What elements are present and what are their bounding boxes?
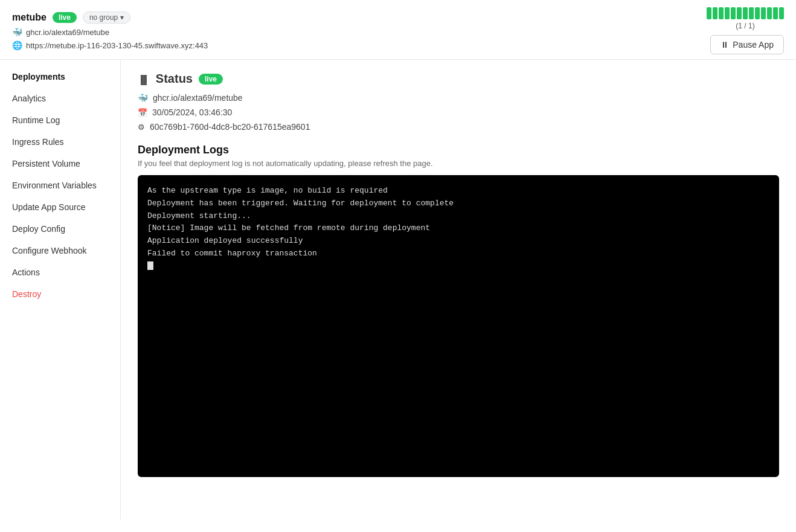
sidebar-item-persistent-volume[interactable]: Persistent Volume bbox=[0, 153, 120, 175]
main-content: Status live ghcr.io/alexta69/metube 30/0… bbox=[121, 60, 796, 519]
sidebar-item-environment-variables[interactable]: Environment Variables bbox=[0, 175, 120, 196]
bar-segment bbox=[773, 7, 778, 19]
bar-segment bbox=[713, 7, 717, 19]
header-top: metube live no group bbox=[12, 11, 208, 24]
log-terminal: As the upstream type is image, no build … bbox=[138, 175, 779, 477]
bar-segment bbox=[779, 7, 784, 19]
id-icon bbox=[138, 122, 145, 132]
status-deployment-id: 60c769b1-760d-4dc8-bc20-617615ea9601 bbox=[150, 122, 310, 132]
terminal-cursor bbox=[147, 261, 153, 270]
status-image: ghcr.io/alexta69/metube bbox=[153, 93, 243, 103]
chart-icon bbox=[138, 72, 150, 86]
deployment-logs-subtitle: If you feel that deployment log is not a… bbox=[138, 159, 779, 168]
status-image-row: ghcr.io/alexta69/metube bbox=[138, 93, 779, 103]
app-name: metube bbox=[12, 12, 47, 23]
uptime-label: (1 / 1) bbox=[736, 22, 754, 30]
pause-app-button[interactable]: Pause App bbox=[710, 35, 784, 54]
sidebar-item-ingress-rules[interactable]: Ingress Rules bbox=[0, 131, 120, 153]
url-row: https://metube.ip-116-203-130-45.swiftwa… bbox=[12, 40, 208, 50]
image-row: ghcr.io/alexta69/metube bbox=[12, 27, 208, 37]
globe-icon bbox=[12, 40, 22, 50]
uptime-bar: (1 / 1) bbox=[707, 7, 784, 30]
header-image: ghcr.io/alexta69/metube bbox=[26, 28, 109, 37]
sidebar-item-configure-webhook[interactable]: Configure Webhook bbox=[0, 240, 120, 261]
status-date: 30/05/2024, 03:46:30 bbox=[152, 107, 232, 117]
status-id-row: 60c769b1-760d-4dc8-bc20-617615ea9601 bbox=[138, 122, 779, 132]
header: metube live no group ghcr.io/alexta69/me… bbox=[0, 0, 796, 60]
sidebar-item-update-app-source[interactable]: Update App Source bbox=[0, 196, 120, 218]
status-heading: Status bbox=[156, 72, 193, 86]
header-left: metube live no group ghcr.io/alexta69/me… bbox=[12, 11, 208, 50]
deployment-logs-title: Deployment Logs bbox=[138, 144, 779, 156]
sidebar-item-analytics[interactable]: Analytics bbox=[0, 88, 120, 109]
sidebar-item-deploy-config[interactable]: Deploy Config bbox=[0, 218, 120, 240]
status-title: Status live bbox=[138, 72, 779, 86]
sidebar-item-destroy[interactable]: Destroy bbox=[0, 283, 120, 305]
bar-segment bbox=[731, 7, 736, 19]
bar-segment bbox=[755, 7, 760, 19]
header-right: (1 / 1) Pause App bbox=[707, 7, 784, 54]
layout: DeploymentsAnalyticsRuntime LogIngress R… bbox=[0, 60, 796, 519]
chevron-down-icon bbox=[120, 13, 124, 22]
docker-icon bbox=[12, 27, 22, 37]
pause-app-label: Pause App bbox=[733, 40, 774, 50]
header-url: https://metube.ip-116-203-130-45.swiftwa… bbox=[26, 41, 208, 50]
bar-segment bbox=[719, 7, 724, 19]
bar-segment bbox=[767, 7, 772, 19]
status-date-row: 30/05/2024, 03:46:30 bbox=[138, 107, 779, 117]
deployment-logs-section: Deployment Logs If you feel that deploym… bbox=[138, 144, 779, 477]
group-badge-label: no group bbox=[89, 13, 118, 22]
bar-segment bbox=[725, 7, 730, 19]
bar-segment bbox=[761, 7, 766, 19]
bar-segments bbox=[707, 7, 784, 19]
sidebar-item-runtime-log[interactable]: Runtime Log bbox=[0, 109, 120, 131]
live-badge: live bbox=[53, 12, 77, 23]
sidebar: DeploymentsAnalyticsRuntime LogIngress R… bbox=[0, 60, 121, 519]
status-live-badge: live bbox=[199, 74, 223, 85]
bar-segment bbox=[737, 7, 742, 19]
pause-icon bbox=[721, 40, 729, 50]
status-section: Status live ghcr.io/alexta69/metube 30/0… bbox=[138, 72, 779, 132]
bar-segment bbox=[707, 7, 711, 19]
bar-segment bbox=[743, 7, 748, 19]
group-badge[interactable]: no group bbox=[83, 11, 130, 24]
status-docker-icon bbox=[138, 93, 148, 103]
bar-segment bbox=[749, 7, 754, 19]
sidebar-item-actions[interactable]: Actions bbox=[0, 261, 120, 283]
sidebar-item-deployments[interactable]: Deployments bbox=[0, 66, 120, 88]
date-icon bbox=[138, 107, 147, 117]
